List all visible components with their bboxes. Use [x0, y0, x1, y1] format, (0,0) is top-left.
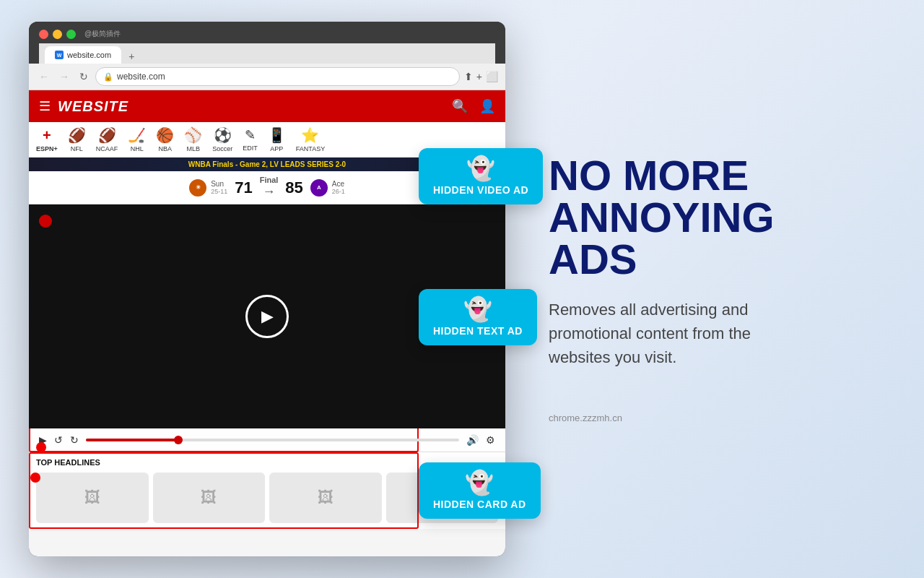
team-a-name: Sun — [211, 180, 227, 188]
team-a-record: 25-11 — [211, 188, 227, 195]
site-logo: WEBSITE — [58, 98, 128, 115]
traffic-light-minimize[interactable] — [53, 30, 62, 39]
badge-text-ad: 👻 HIDDEN TEXT AD — [419, 289, 537, 345]
progress-bar[interactable] — [86, 439, 459, 441]
news-card-2[interactable]: 🖼 — [153, 473, 266, 523]
nhl-icon: 🏒 — [128, 126, 146, 144]
team-b-score-num: 85 — [285, 178, 302, 197]
video-controls: ▶ ↺ ↻ 🔊 ⚙ — [29, 428, 505, 452]
badge-video-label: HIDDEN VIDEO AD — [433, 184, 528, 196]
browser-chrome: @极简插件 W website.com + — [29, 22, 505, 64]
url-text: website.com — [117, 72, 165, 82]
badge-card-label: HIDDEN CARD AD — [433, 499, 526, 510]
nav-item-edit[interactable]: ✎ EDIT — [243, 127, 258, 152]
nav-item-mlb[interactable]: ⚾ MLB — [184, 126, 202, 152]
nav-item-fantasy[interactable]: ⭐ FANTASY — [296, 126, 325, 152]
nav-label-nba: NBA — [159, 145, 173, 152]
espnplus-icon: + — [43, 127, 51, 144]
site-header: ☰ WEBSITE 🔍 👤 — [29, 90, 505, 122]
lock-icon: 🔒 — [103, 72, 113, 82]
header-icons: 🔍 👤 — [452, 98, 495, 114]
red-dot-headlines — [30, 473, 40, 483]
headline-line2: ANNOYING ADS — [549, 197, 866, 280]
tabs-icon[interactable]: ⬜ — [486, 71, 498, 82]
refresh-button[interactable]: ↻ — [77, 69, 91, 84]
nav-item-nfl[interactable]: 🏈 NFL — [68, 126, 86, 152]
settings-button[interactable]: ⚙ — [486, 434, 495, 446]
soccer-icon: ⚽ — [214, 126, 232, 144]
nav-label-espnplus: ESPN+ — [36, 145, 58, 152]
address-bar[interactable]: 🔒 website.com — [95, 67, 460, 86]
team-b-score: A Ace 26-1 — [310, 179, 345, 197]
team-b-name: Ace — [332, 180, 345, 188]
news-card-1[interactable]: 🖼 — [36, 473, 149, 523]
play-button[interactable]: ▶ — [245, 295, 289, 338]
nav-item-nba[interactable]: 🏀 NBA — [156, 126, 174, 152]
score-bar-text: WNBA Finals - Game 2, LV LEADS SERIES 2-… — [188, 160, 346, 168]
team-a-abbr: ☀ — [196, 184, 201, 191]
nav-item-soccer[interactable]: ⚽ Soccer — [212, 126, 232, 152]
nfl-icon: 🏈 — [68, 126, 86, 144]
back-button[interactable]: ← — [36, 69, 52, 84]
nba-icon: 🏀 — [156, 126, 174, 144]
progress-fill — [86, 439, 179, 441]
nav-label-edit: EDIT — [243, 144, 258, 152]
badge-card-ad: 👻 HIDDEN CARD AD — [419, 462, 541, 519]
tab-favicon: W — [55, 51, 64, 59]
traffic-light-maximize[interactable] — [66, 30, 76, 39]
forward-button[interactable]: → — [56, 69, 72, 84]
score-divider: Final → — [260, 176, 279, 199]
news-card-3[interactable]: 🖼 — [269, 473, 382, 523]
team-a-score: ☀ Sun 25-11 — [189, 179, 227, 197]
rewind-button[interactable]: ↺ — [54, 434, 63, 446]
menu-icon[interactable]: ☰ — [39, 98, 51, 114]
nav-item-espnplus[interactable]: + ESPN+ — [36, 127, 58, 152]
team-a-logo: ☀ — [189, 179, 206, 197]
headline-line1: NO MORE — [549, 155, 866, 197]
team-a-score-num: 71 — [235, 178, 252, 197]
traffic-light-close[interactable] — [39, 30, 48, 39]
right-panel: NO MORE ANNOYING ADS Removes all adverti… — [505, 126, 895, 452]
nav-label-nhl: NHL — [131, 145, 144, 152]
watermark-bottom: chrome.zzzmh.cn — [549, 413, 866, 423]
browser-window: 👻 HIDDEN VIDEO AD 👻 HIDDEN TEXT AD 👻 HID… — [29, 22, 505, 556]
browser-toolbar: ← → ↻ 🔒 website.com ⬆ + ⬜ — [29, 64, 505, 90]
arrow-icon: → — [260, 184, 279, 199]
final-label: Final — [260, 176, 279, 184]
tab-label: website.com — [67, 51, 111, 59]
watermark: @极简插件 — [84, 29, 121, 39]
ad-dot-video — [39, 215, 52, 228]
ghost-icon-video: 👻 — [466, 157, 495, 180]
badge-text-label: HIDDEN TEXT AD — [433, 325, 523, 337]
app-icon: 📱 — [268, 126, 286, 144]
nav-item-nhl[interactable]: 🏒 NHL — [128, 126, 146, 152]
nav-item-ncaaf[interactable]: 🏈 NCAAF — [96, 126, 118, 152]
tab-strip: W website.com + — [39, 43, 495, 64]
team-b-logo: A — [310, 179, 328, 197]
ncaaf-icon: 🏈 — [98, 126, 116, 144]
edit-icon: ✎ — [245, 127, 256, 143]
ghost-icon-text: 👻 — [463, 298, 492, 321]
browser-extensions: ⬆ + ⬜ — [464, 71, 498, 82]
nav-label-app: APP — [270, 145, 283, 152]
volume-button[interactable]: 🔊 — [466, 434, 479, 446]
nav-label-fantasy: FANTASY — [296, 145, 325, 152]
nav-item-app[interactable]: 📱 APP — [268, 126, 286, 152]
user-icon[interactable]: 👤 — [479, 98, 495, 114]
sub-text: Removes all advertising and promotional … — [549, 298, 808, 369]
team-b-record: 26-1 — [332, 188, 345, 195]
nav-label-ncaaf: NCAAF — [96, 145, 118, 152]
add-tab-icon[interactable]: + — [476, 71, 482, 82]
team-b-abbr: A — [317, 184, 321, 191]
progress-thumb — [174, 436, 183, 444]
nav-label-nfl: NFL — [71, 145, 83, 152]
red-dot-bottom-video — [36, 442, 46, 452]
badge-video-ad: 👻 HIDDEN VIDEO AD — [419, 148, 543, 204]
nav-label-soccer: Soccer — [212, 145, 232, 152]
search-icon[interactable]: 🔍 — [452, 98, 468, 114]
share-icon[interactable]: ⬆ — [464, 71, 473, 82]
forward-ctrl-button[interactable]: ↻ — [70, 434, 79, 446]
new-tab-button[interactable]: + — [124, 49, 139, 64]
mlb-icon: ⚾ — [184, 126, 202, 144]
active-tab[interactable]: W website.com — [45, 46, 121, 64]
